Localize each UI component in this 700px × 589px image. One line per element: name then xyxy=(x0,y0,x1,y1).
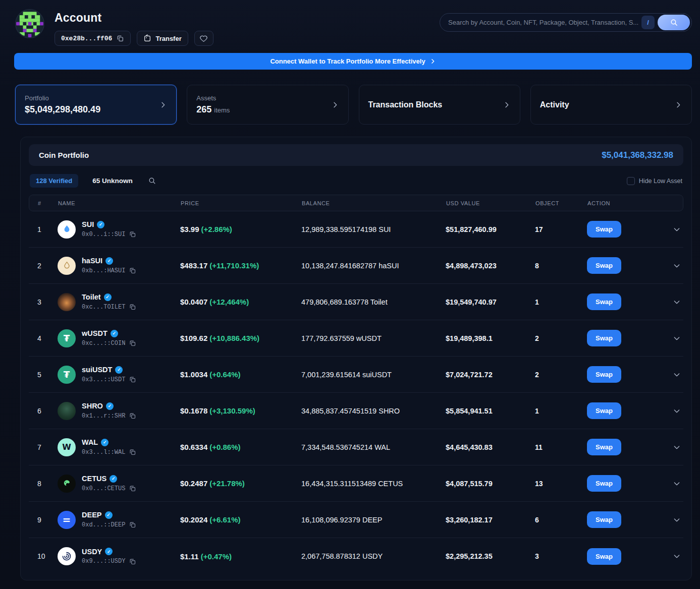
coin-balance: 10,138,247.841682787 haSUI xyxy=(301,262,446,270)
coin-price-cell: $0.1678(+3,130.59%) xyxy=(180,406,301,415)
object-count: 3 xyxy=(535,552,587,560)
coin-price-cell: $0.0407(+12,464%) xyxy=(180,298,301,306)
connect-wallet-banner[interactable]: Connect Wallet to Track Portfolio More E… xyxy=(14,53,692,70)
price-change: (+11,710.31%) xyxy=(209,261,259,270)
wal-coin-icon: W xyxy=(58,438,76,456)
pixel-avatar-icon xyxy=(16,10,43,37)
activity-card[interactable]: Activity xyxy=(530,85,692,125)
banner-text: Connect Wallet to Track Portfolio More E… xyxy=(270,57,425,65)
hide-low-asset-toggle[interactable]: Hide Low Asset xyxy=(627,177,682,185)
copy-coin-address-icon[interactable] xyxy=(129,267,136,274)
chevron-down-icon[interactable] xyxy=(673,407,681,415)
copy-coin-address-icon[interactable] xyxy=(129,230,136,238)
search-input[interactable] xyxy=(448,19,641,26)
swap-button[interactable]: Swap xyxy=(587,511,621,528)
copy-coin-address-icon[interactable] xyxy=(129,485,136,492)
chevron-down-icon[interactable] xyxy=(673,516,681,524)
copy-coin-address-icon[interactable] xyxy=(129,448,136,456)
swap-button[interactable]: Swap xyxy=(587,402,621,419)
portfolio-card-value: $5,049,298,480.49 xyxy=(25,104,100,115)
coin-portfolio-total: $5,041,368,332.98 xyxy=(602,150,673,160)
table-row[interactable]: 4 ₮ wUSDT ✓ 0xc...::COIN $109.62(+10,886… xyxy=(29,320,683,357)
copy-coin-address-icon[interactable] xyxy=(129,521,136,528)
assets-card-value: 265items xyxy=(196,104,230,115)
verified-badge-icon: ✓ xyxy=(101,439,109,446)
coin-price-cell: $3.99(+2.86%) xyxy=(180,225,301,233)
chevron-right-icon xyxy=(331,101,339,109)
table-row[interactable]: 7 W WAL ✓ 0x3...l::WAL $0.6334(+0.86%) 7… xyxy=(29,429,683,465)
transfer-button[interactable]: Transfer xyxy=(137,31,188,46)
global-search-bar[interactable]: / xyxy=(440,13,692,32)
coin-address: 0x0...:CETUS xyxy=(82,485,125,492)
copy-coin-address-icon[interactable] xyxy=(129,412,136,420)
coin-price-cell: $0.2024(+6.61%) xyxy=(180,515,301,524)
copy-coin-address-icon[interactable] xyxy=(129,303,136,311)
coin-search-button[interactable] xyxy=(148,176,156,185)
coin-portfolio-titlebar: Coin Portfolio $5,041,368,332.98 xyxy=(29,144,683,166)
tab-unknown[interactable]: 65 Unknown xyxy=(92,177,133,185)
swap-button[interactable]: Swap xyxy=(587,257,621,274)
coin-name: WAL xyxy=(82,438,98,446)
price-change: (+10,886.43%) xyxy=(209,334,259,342)
table-row[interactable]: 8 CETUS ✓ 0x0...:CETUS $0.2487(+21.78%) … xyxy=(29,465,683,502)
swap-button[interactable]: Swap xyxy=(587,221,621,238)
transaction-blocks-card[interactable]: Transaction Blocks xyxy=(359,85,520,125)
chevron-down-icon[interactable] xyxy=(673,262,681,270)
table-row[interactable]: 3 Toilet ✓ 0xc...TOILET $0.0407(+12,464%… xyxy=(29,284,683,320)
chevron-down-icon[interactable] xyxy=(673,334,681,342)
table-row[interactable]: 2 haSUI ✓ 0xb...:HASUI $483.17(+11,710.3… xyxy=(29,248,683,284)
hide-low-asset-checkbox[interactable] xyxy=(627,177,635,185)
copy-address-icon[interactable] xyxy=(116,34,124,42)
price-change: (+2.86%) xyxy=(201,225,232,233)
price-change: (+21.78%) xyxy=(209,479,245,488)
search-icon xyxy=(670,18,678,27)
table-row[interactable]: 6 SHRO ✓ 0x1...r::SHR $0.1678(+3,130.59%… xyxy=(29,393,683,429)
summary-cards: Portfolio $5,049,298,480.49 Assets 265it… xyxy=(15,85,692,125)
swap-button[interactable]: Swap xyxy=(587,439,621,455)
coin-name: Toilet xyxy=(82,293,101,301)
table-row[interactable]: 10 USDY ✓ 0x9...::USDY $1.11(+0.47%) 2,0… xyxy=(29,538,683,574)
copy-coin-address-icon[interactable] xyxy=(129,339,136,347)
chevron-down-icon[interactable] xyxy=(673,480,681,488)
transaction-blocks-label: Transaction Blocks xyxy=(368,100,443,109)
chevron-down-icon[interactable] xyxy=(673,371,681,379)
chevron-down-icon[interactable] xyxy=(673,552,681,560)
coin-rank: 9 xyxy=(37,516,58,524)
search-submit-button[interactable] xyxy=(658,15,690,30)
assets-card-label: Assets xyxy=(196,94,230,102)
swap-button[interactable]: Swap xyxy=(587,293,621,310)
copy-coin-address-icon[interactable] xyxy=(129,558,136,565)
chevron-down-icon[interactable] xyxy=(673,225,681,233)
object-count: 11 xyxy=(535,443,587,451)
table-header: # NAME PRICE BALANCE USD VALUE OBJECT AC… xyxy=(29,195,683,211)
usd-value: $7,024,721.72 xyxy=(446,371,535,379)
table-row[interactable]: 5 ₮ suiUSDT ✓ 0x3...::USDT $1.0034(+0.64… xyxy=(29,357,683,393)
swap-button[interactable]: Swap xyxy=(587,475,621,492)
assets-card-suffix: items xyxy=(214,106,230,114)
table-row[interactable]: 1 SUI ✓ 0x0...i::SUI $3.99(+2.86%) 12,98… xyxy=(29,211,683,248)
hide-low-asset-label: Hide Low Asset xyxy=(639,178,682,185)
tab-verified[interactable]: 128 Verified xyxy=(30,174,78,188)
hasui-coin-icon xyxy=(58,257,76,275)
coin-address: 0xc...::COIN xyxy=(82,340,125,347)
swap-button[interactable]: Swap xyxy=(587,548,621,565)
chevron-down-icon[interactable] xyxy=(673,298,681,306)
portfolio-card[interactable]: Portfolio $5,049,298,480.49 xyxy=(15,85,177,125)
verified-badge-icon: ✓ xyxy=(97,221,104,228)
chevron-down-icon[interactable] xyxy=(673,443,681,451)
coin-address: 0x3...::USDT xyxy=(82,376,125,383)
copy-coin-address-icon[interactable] xyxy=(129,376,136,383)
usd-value: $4,087,515.79 xyxy=(446,480,535,488)
coin-rank: 6 xyxy=(37,407,58,415)
cetus-coin-icon xyxy=(58,475,76,493)
favorite-button[interactable] xyxy=(194,31,213,46)
coin-name: SUI xyxy=(82,220,94,228)
assets-card[interactable]: Assets 265items xyxy=(187,85,348,125)
usd-value: $51,827,460.99 xyxy=(446,225,535,233)
swap-button[interactable]: Swap xyxy=(587,330,621,346)
table-row[interactable]: 9 = DEEP ✓ 0xd...::DEEP $0.2024(+6.61%) … xyxy=(29,502,683,538)
swap-button[interactable]: Swap xyxy=(587,366,621,383)
account-address-chip[interactable]: 0xe28b...ff06 xyxy=(55,31,131,46)
usd-value: $4,898,473,023 xyxy=(446,262,535,270)
search-shortcut-badge: / xyxy=(641,16,655,29)
